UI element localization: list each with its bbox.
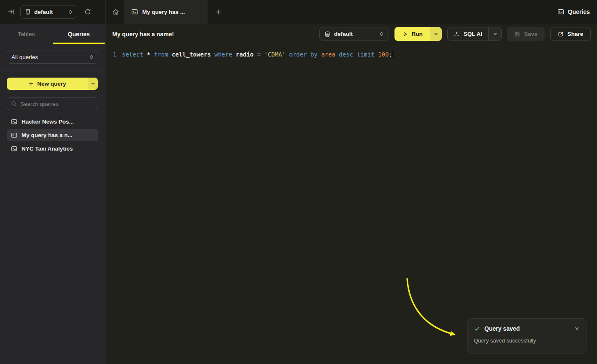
toast-title: Query saved — [484, 325, 570, 332]
code-token: desc — [339, 51, 353, 58]
query-filter-select[interactable]: All queries — [7, 51, 98, 64]
query-icon — [11, 146, 17, 152]
updown-chevron-icon — [89, 55, 94, 59]
active-tab-underline — [53, 43, 105, 44]
check-icon — [474, 326, 480, 332]
code-token: area — [321, 51, 335, 58]
sidebar-tab-tables[interactable]: Tables — [0, 24, 53, 44]
ai-sparkles-icon — [454, 31, 460, 37]
collapse-sidebar-button[interactable] — [8, 8, 15, 15]
close-icon — [575, 326, 579, 331]
code-token: cell_towers — [172, 51, 211, 58]
topbar-database-selector[interactable]: default — [20, 5, 77, 19]
topbar: default My query has .. — [0, 0, 597, 24]
updown-chevron-icon — [68, 10, 73, 14]
queries-icon — [557, 8, 564, 15]
code-token: from — [154, 51, 168, 58]
run-button[interactable]: Run — [394, 27, 442, 41]
line-number: 1 — [112, 50, 116, 59]
sql-ai-main[interactable]: SQL AI — [448, 27, 488, 40]
save-label: Save — [524, 31, 538, 37]
chevron-down-icon — [91, 81, 95, 86]
code-token: 100 — [378, 51, 389, 58]
save-button[interactable]: Save — [507, 27, 545, 41]
query-item-label: Hacker News Pos... — [22, 119, 74, 125]
share-label: Share — [567, 31, 583, 37]
run-button-main[interactable]: Run — [394, 27, 430, 41]
code-token — [286, 51, 289, 58]
code-token — [375, 51, 378, 58]
plus-icon — [215, 9, 222, 15]
code-token — [307, 51, 310, 58]
toolbar: default Run — [319, 27, 591, 41]
sql-ai-label: SQL AI — [464, 31, 482, 37]
run-label: Run — [412, 31, 423, 37]
main-area: My query has a name! default — [105, 24, 597, 364]
topbar-left-section: default — [0, 0, 105, 24]
toolbar-database-value: default — [334, 31, 375, 37]
query-title: My query has a name! — [112, 31, 319, 38]
refresh-button[interactable] — [84, 8, 91, 15]
sql-editor[interactable]: 1 select * from cell_towers where radio … — [105, 44, 597, 59]
tab-strip: My query has ... — [105, 0, 557, 24]
code-token: radio — [236, 51, 254, 58]
code-token: order — [289, 51, 307, 58]
home-button[interactable] — [112, 8, 119, 16]
search-queries-input[interactable] — [20, 101, 94, 107]
sidebar-divider — [0, 70, 105, 70]
run-dropdown-toggle[interactable] — [430, 27, 442, 41]
database-icon — [25, 9, 31, 15]
query-list-item[interactable]: My query has a n... — [7, 129, 98, 141]
sql-ai-button[interactable]: SQL AI — [447, 27, 502, 41]
code-token: limit — [357, 51, 374, 58]
query-list: Hacker News Pos... My query has a n... N… — [7, 116, 98, 155]
database-icon — [324, 31, 330, 37]
code-token — [211, 51, 214, 58]
code-token: 'CDMA' — [264, 51, 286, 58]
chevron-down-icon — [493, 32, 497, 36]
tab-my-query[interactable]: My query has ... — [124, 0, 208, 24]
query-item-label: My query has a n... — [22, 132, 73, 138]
new-query-label: New query — [37, 81, 66, 87]
sidebar-tabs: Tables Queries — [0, 24, 105, 44]
code-line-content[interactable]: select * from cell_towers where radio = … — [122, 50, 393, 59]
new-tab-button[interactable] — [215, 9, 222, 15]
updown-chevron-icon — [379, 32, 384, 36]
toast-header: Query saved — [474, 325, 580, 332]
queries-panel-label: Queries — [568, 8, 590, 15]
search-icon — [11, 101, 17, 107]
code-token: where — [214, 51, 232, 58]
sidebar: Tables Queries All queries New query — [0, 24, 105, 364]
text-cursor — [393, 51, 394, 57]
toast-close-button[interactable] — [575, 326, 579, 331]
query-list-item[interactable]: NYC Taxi Analytics — [7, 143, 98, 155]
chevron-down-icon — [434, 32, 438, 36]
code-token — [232, 51, 235, 58]
code-token — [150, 51, 154, 58]
share-button[interactable]: Share — [550, 27, 591, 41]
sidebar-tab-queries[interactable]: Queries — [53, 24, 105, 44]
query-list-item[interactable]: Hacker News Pos... — [7, 116, 98, 128]
new-query-main[interactable]: New query — [7, 78, 88, 90]
new-query-dropdown-toggle[interactable] — [88, 78, 98, 90]
home-icon — [112, 8, 119, 16]
main-header: My query has a name! default — [105, 24, 597, 44]
toast-message: Query saved successfully — [474, 337, 580, 344]
code-token: select — [122, 51, 143, 58]
toolbar-database-selector[interactable]: default — [319, 27, 389, 41]
share-icon — [558, 31, 564, 37]
app-root: default My query has .. — [0, 0, 597, 364]
play-icon — [402, 31, 408, 37]
topbar-database-value: default — [34, 9, 65, 15]
search-queries-box — [7, 97, 98, 110]
save-icon — [514, 31, 520, 37]
plus-icon — [28, 81, 34, 86]
code-token — [143, 51, 147, 58]
code-token: by — [311, 51, 318, 58]
queries-panel-toggle[interactable]: Queries — [557, 0, 597, 24]
new-query-button[interactable]: New query — [7, 78, 98, 90]
query-item-label: NYC Taxi Analytics — [22, 146, 73, 152]
code-token: = — [254, 51, 264, 58]
sql-ai-dropdown-toggle[interactable] — [488, 27, 501, 40]
query-icon — [11, 132, 17, 138]
